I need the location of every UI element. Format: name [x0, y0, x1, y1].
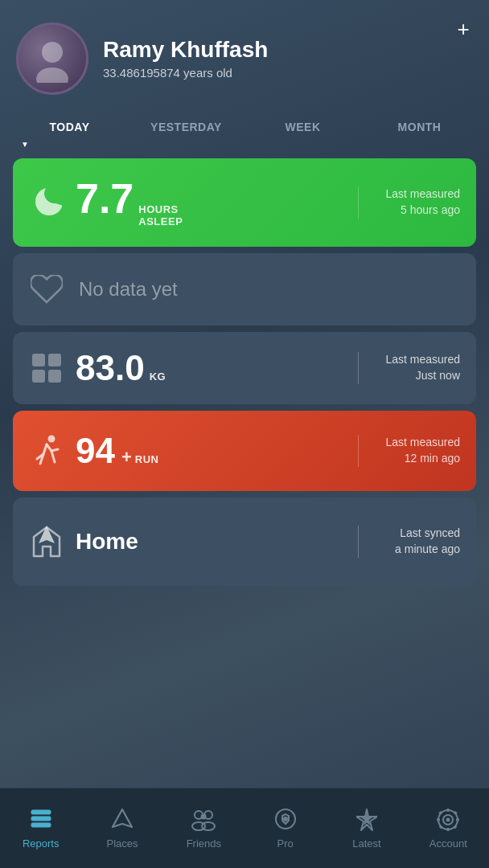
sleep-card[interactable]: 7.7 HOURS ASLEEP Last measured 5 hours a… [13, 158, 476, 247]
places-icon [109, 807, 135, 833]
heart-no-data: No data yet [79, 278, 460, 301]
user-age: 33.486195874 years old [103, 66, 473, 80]
tab-today[interactable]: TODAY [13, 114, 126, 140]
svg-rect-4 [32, 370, 45, 383]
latest-label: Latest [352, 837, 380, 850]
nav-places[interactable]: Places [81, 807, 162, 850]
svg-rect-23 [447, 828, 450, 831]
svg-rect-25 [456, 819, 459, 821]
weight-meta-text: Last measured Just now [385, 352, 460, 383]
svg-point-16 [283, 817, 288, 821]
tab-indicator: ▼ [0, 140, 489, 149]
run-plus: + [121, 447, 132, 468]
tab-month[interactable]: MONTH [363, 114, 476, 140]
time-tabs: TODAY YESTERDAY WEEK MONTH [0, 108, 489, 140]
user-info: Ramy Khuffash 33.486195874 years old [103, 38, 473, 80]
svg-rect-5 [48, 370, 61, 383]
sleep-divider [358, 186, 359, 219]
tab-arrow-icon: ▼ [21, 140, 29, 149]
sleep-value: 7.7 [76, 178, 134, 219]
run-meta-text: Last measured 12 min ago [385, 435, 460, 466]
pro-icon [273, 807, 298, 833]
run-unit-line1: RUN [135, 453, 159, 465]
weight-unit: KG [150, 371, 166, 383]
svg-point-1 [36, 68, 68, 83]
weight-value: 83.0 [76, 350, 145, 386]
sleep-unit-line1: HOURS [138, 203, 183, 215]
weight-card[interactable]: 83.0 KG Last measured Just now [13, 332, 476, 404]
sleep-meta-text: Last measured 5 hours ago [385, 186, 460, 218]
nav-friends[interactable]: Friends [163, 807, 244, 850]
main-content: Ramy Khuffash 33.486195874 years old + T… [0, 0, 489, 868]
run-value-group: 94 + RUN [76, 433, 345, 469]
pro-label: Pro [277, 837, 294, 850]
sleep-meta: Last measured 5 hours ago [372, 186, 460, 218]
home-divider [358, 526, 359, 558]
svg-rect-8 [31, 817, 51, 821]
svg-rect-24 [437, 819, 440, 821]
svg-rect-22 [447, 809, 450, 812]
sleep-unit-line2: ASLEEP [138, 215, 183, 227]
home-meta: Last synced a minute ago [372, 526, 460, 557]
reports-icon [28, 807, 54, 833]
cards-container: 7.7 HOURS ASLEEP Last measured 5 hours a… [0, 149, 489, 788]
friends-label: Friends [187, 837, 221, 850]
svg-rect-9 [31, 823, 51, 827]
weight-value-group: 83.0 KG [76, 350, 345, 386]
latest-icon [354, 807, 380, 833]
run-unit: RUN [135, 453, 159, 465]
svg-point-21 [446, 818, 450, 822]
account-label: Account [429, 837, 467, 850]
home-meta-text: Last synced a minute ago [395, 526, 460, 557]
weight-meta: Last measured Just now [372, 352, 460, 383]
avatar [16, 23, 88, 95]
location-icon [29, 526, 64, 558]
tab-week[interactable]: WEEK [246, 114, 360, 140]
weight-icon [29, 352, 64, 384]
reports-label: Reports [23, 837, 60, 850]
tab-yesterday[interactable]: YESTERDAY [129, 114, 243, 140]
add-button[interactable]: + [450, 16, 476, 42]
moon-icon [29, 187, 64, 218]
user-name: Ramy Khuffash [103, 38, 473, 63]
nav-reports[interactable]: Reports [0, 807, 81, 850]
nav-latest[interactable]: Latest [326, 807, 407, 850]
weight-unit-line1: KG [150, 371, 166, 383]
svg-rect-7 [31, 810, 51, 814]
heart-card[interactable]: No data yet [13, 253, 476, 326]
weight-divider [358, 352, 359, 384]
svg-rect-2 [32, 354, 45, 366]
svg-point-0 [42, 42, 63, 63]
heart-icon [29, 275, 64, 304]
bottom-nav: Reports Places Friends [0, 788, 489, 868]
run-divider [358, 435, 359, 467]
places-label: Places [106, 837, 138, 850]
nav-pro[interactable]: Pro [244, 807, 326, 850]
nav-account[interactable]: Account [408, 807, 489, 850]
run-card[interactable]: 94 + RUN Last measured 12 min ago [13, 411, 476, 491]
run-meta: Last measured 12 min ago [372, 435, 460, 466]
run-value: 94 [76, 433, 115, 469]
home-card[interactable]: Home Last synced a minute ago [13, 497, 476, 586]
svg-point-12 [201, 814, 207, 820]
friends-icon [191, 807, 216, 833]
sleep-unit: HOURS ASLEEP [138, 203, 183, 227]
svg-rect-3 [48, 354, 61, 366]
svg-point-14 [202, 822, 215, 830]
sleep-value-group: 7.7 HOURS ASLEEP [76, 178, 345, 227]
run-icon [29, 433, 64, 469]
header: Ramy Khuffash 33.486195874 years old + [0, 0, 489, 108]
svg-point-6 [48, 436, 55, 443]
home-label: Home [76, 529, 345, 555]
account-icon [435, 807, 461, 833]
